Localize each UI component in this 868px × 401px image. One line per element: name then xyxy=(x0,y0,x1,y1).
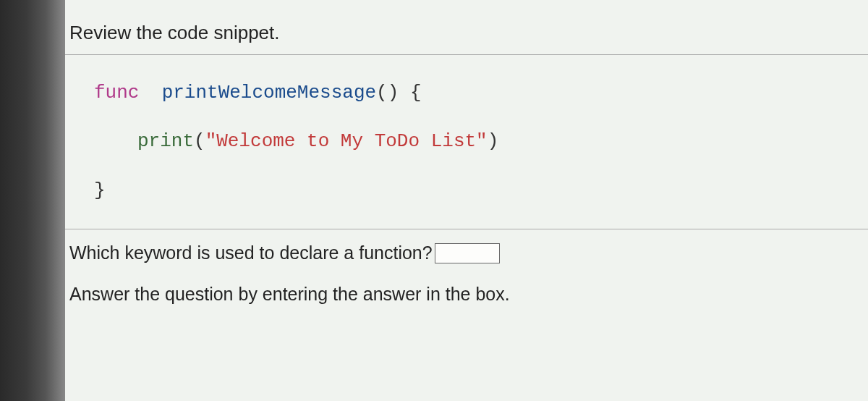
keyword-func: func xyxy=(94,82,139,104)
question-text: Which keyword is used to declare a funct… xyxy=(69,242,433,263)
code-line-2: print("Welcome to My ToDo List") xyxy=(94,124,854,159)
question-row: Which keyword is used to declare a funct… xyxy=(65,229,868,271)
code-line-1: func printWelcomeMessage() { xyxy=(94,75,854,111)
section-title: Review the code snippet. xyxy=(65,14,868,55)
parentheses: () xyxy=(376,82,399,104)
answer-input[interactable] xyxy=(435,243,500,263)
print-call: print xyxy=(137,130,194,152)
quiz-panel: Review the code snippet. func printWelco… xyxy=(65,0,868,401)
open-paren: ( xyxy=(194,130,205,152)
function-name: printWelcomeMessage xyxy=(162,82,376,104)
instruction-text: Answer the question by entering the answ… xyxy=(65,271,868,312)
open-brace: { xyxy=(399,82,421,104)
monitor-bezel xyxy=(0,0,65,401)
close-brace: } xyxy=(94,180,106,201)
code-snippet: func printWelcomeMessage() { print("Welc… xyxy=(65,55,868,229)
string-literal: "Welcome to My ToDo List" xyxy=(205,130,488,152)
code-line-3: } xyxy=(94,173,854,208)
close-paren: ) xyxy=(488,130,499,152)
